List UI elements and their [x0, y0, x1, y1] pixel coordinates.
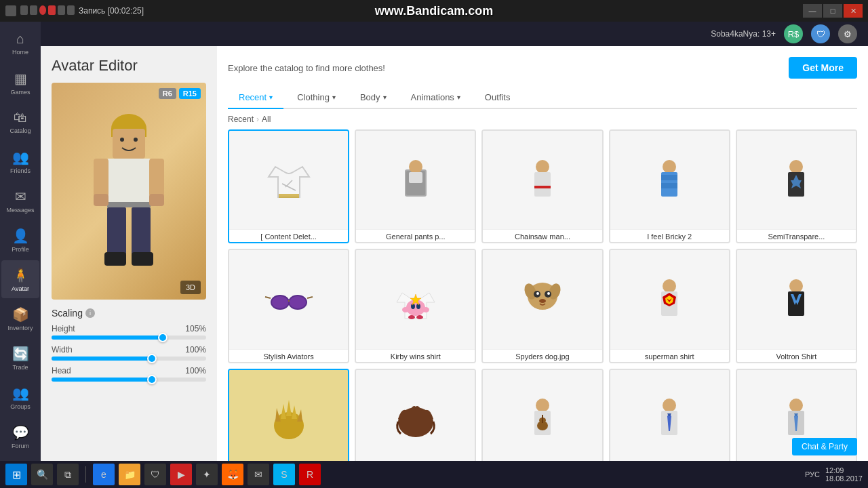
svg-rect-13	[149, 194, 164, 206]
sidebar-item-messages[interactable]: ✉ Messages	[1, 182, 39, 220]
svg-rect-7	[107, 202, 151, 207]
sidebar-label-trade: Trade	[12, 364, 28, 371]
right-panel: Explore the catalog to find more clothes…	[217, 46, 868, 488]
item-card-5[interactable]: SemiTranspare...	[736, 129, 857, 243]
item-card-6[interactable]: Stylish Aviators	[228, 249, 349, 363]
roblox-shield-icon[interactable]: 🛡	[811, 24, 830, 43]
explore-bar: Explore the catalog to find more clothes…	[228, 57, 857, 79]
sidebar-item-forum[interactable]: 💬 Forum	[1, 418, 39, 455]
breadcrumb: Recent › All	[228, 109, 857, 129]
item-card-3[interactable]: Chainsaw man...	[481, 129, 603, 243]
taskbar-search[interactable]: 🔍	[31, 464, 53, 485]
tab-recent[interactable]: Recent ▾	[228, 87, 283, 109]
maximize-button[interactable]: □	[823, 4, 842, 18]
tab-animations[interactable]: Animations ▾	[400, 87, 471, 109]
item-card-7[interactable]: Kirby wins shirt	[355, 249, 476, 363]
sidebar-item-catalog[interactable]: 🛍 Catalog	[1, 103, 39, 141]
scaling-width-value: 100%	[185, 345, 206, 354]
messages-icon: ✉	[15, 188, 26, 205]
sidebar-label-avatar: Avatar	[12, 285, 29, 292]
sidebar-item-groups[interactable]: 👥 Groups	[1, 378, 39, 416]
scaling-row-height: Height 105%	[52, 324, 206, 340]
chat-party-button[interactable]: Chat & Party	[792, 438, 857, 455]
title-bar: Запись [00:02:25] www.Bandicam.com — □ ✕	[0, 0, 868, 22]
badge-r15[interactable]: R15	[179, 88, 201, 99]
taskbar-app2[interactable]: ✦	[196, 464, 218, 485]
taskbar-right: РУС 12:09 18.08.2017	[805, 466, 863, 483]
taskbar-separator	[85, 466, 86, 483]
sidebar-label-inventory: Inventory	[7, 325, 33, 331]
trade-icon: 🔄	[12, 346, 29, 362]
width-slider-thumb[interactable]	[147, 354, 157, 363]
content-area: Soba4kaNya: 13+ R$ 🛡 ⚙ Avatar Editor R6 …	[41, 22, 868, 488]
item-img-5	[737, 131, 856, 229]
avatar-badges: R6 R15	[159, 88, 201, 99]
taskbar-skype[interactable]: S	[273, 464, 295, 485]
svg-rect-27	[534, 172, 551, 197]
height-slider-thumb[interactable]	[158, 333, 167, 342]
head-slider-thumb[interactable]	[147, 375, 157, 384]
svg-point-54	[416, 315, 423, 319]
taskbar-app1[interactable]: ▶	[170, 464, 192, 485]
taskbar-roblox[interactable]: R	[299, 464, 321, 485]
svg-point-70	[789, 279, 803, 293]
height-slider[interactable]	[52, 336, 206, 340]
robux-icon[interactable]: R$	[784, 24, 803, 43]
item-card-1[interactable]: [ Content Delet...	[228, 129, 349, 243]
svg-point-23	[409, 160, 422, 174]
tab-outfits[interactable]: Outfits	[474, 87, 521, 109]
scaling-height-label: Height	[52, 324, 75, 333]
friends-icon: 👥	[12, 149, 29, 165]
item-img-7	[356, 250, 475, 348]
head-slider[interactable]	[52, 378, 206, 382]
tab-clothing[interactable]: Clothing ▾	[286, 87, 347, 109]
width-slider[interactable]	[52, 357, 206, 361]
svg-rect-19	[279, 194, 299, 198]
svg-rect-14	[104, 252, 126, 266]
sidebar-item-home[interactable]: ⌂ Home	[1, 24, 39, 62]
scaling-row-head: Head 100%	[52, 366, 206, 382]
item-card-4[interactable]: I feel Bricky 2	[609, 129, 730, 243]
recent-arrow: ▾	[269, 94, 273, 101]
breadcrumb-all[interactable]: All	[262, 115, 271, 124]
minimize-button[interactable]: —	[803, 4, 822, 18]
body-arrow: ▾	[383, 94, 387, 101]
taskbar-explorer[interactable]: 📁	[119, 464, 140, 485]
sidebar-item-inventory[interactable]: 📦 Inventory	[1, 300, 39, 338]
taskbar-multitask[interactable]: ⧉	[57, 464, 79, 485]
title-bar-controls: — □ ✕	[803, 4, 863, 18]
svg-rect-6	[111, 161, 146, 202]
avatar-panel: Avatar Editor R6 R15	[41, 46, 217, 488]
animations-arrow: ▾	[457, 94, 460, 101]
sidebar-item-games[interactable]: ▦ Games	[1, 64, 39, 102]
item-card-9[interactable]: superman shirt	[609, 249, 730, 363]
svg-rect-24	[409, 172, 422, 183]
sidebar-label-messages: Messages	[6, 207, 34, 214]
sidebar-label-catalog: Catalog	[9, 127, 31, 134]
scaling-info-icon[interactable]: i	[85, 308, 95, 318]
sidebar-item-avatar[interactable]: 🧍 Avatar	[1, 260, 39, 298]
item-label-10: Voltron Shirt	[737, 349, 856, 362]
width-slider-fill	[52, 357, 152, 361]
taskbar-edge[interactable]: e	[93, 464, 115, 485]
get-more-button[interactable]: Get More	[789, 57, 857, 79]
tab-body[interactable]: Body ▾	[349, 87, 397, 109]
taskbar-win-defender[interactable]: 🛡	[144, 464, 166, 485]
taskbar-mail[interactable]: ✉	[248, 464, 269, 485]
taskbar-app3[interactable]: 🦊	[222, 464, 243, 485]
sidebar-item-friends[interactable]: 👥 Friends	[1, 142, 39, 180]
svg-point-30	[663, 160, 676, 174]
sidebar-item-profile[interactable]: 👤 Profile	[1, 221, 39, 259]
view-3d-button[interactable]: 3D	[180, 281, 201, 294]
settings-icon[interactable]: ⚙	[838, 24, 857, 43]
breadcrumb-recent[interactable]: Recent	[228, 115, 254, 124]
close-button[interactable]: ✕	[844, 4, 863, 18]
svg-rect-10	[94, 159, 108, 197]
sidebar-item-trade[interactable]: 🔄 Trade	[1, 339, 39, 377]
start-button[interactable]: ⊞	[5, 464, 27, 485]
badge-r6[interactable]: R6	[159, 88, 176, 99]
taskbar: ⊞ 🔍 ⧉ e 📁 🛡 ▶ ✦ 🦊 ✉ S R РУС 12:09 18.08.…	[0, 461, 868, 488]
item-card-8[interactable]: Spyders dog.jpg	[481, 249, 603, 363]
item-card-10[interactable]: Voltron Shirt	[736, 249, 857, 363]
item-card-2[interactable]: General pants p...	[355, 129, 476, 243]
